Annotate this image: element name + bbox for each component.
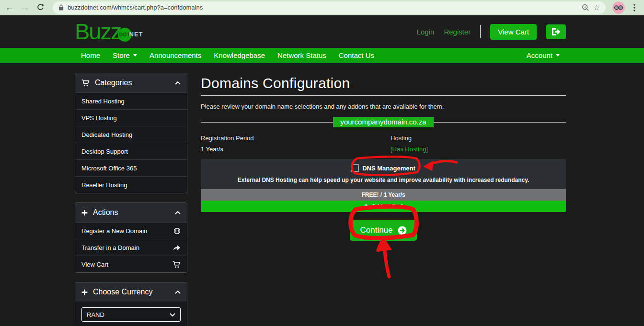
header-actions: Login Register View Cart [417,24,566,40]
registration-period-column: Registration Period 1 Year/s [201,135,391,153]
registration-period-value: 1 Year/s [201,146,391,153]
sidebar-item-microsoft-office-365[interactable]: Microsoft Office 365 [75,159,187,176]
logo-text-dot: DOT [119,32,130,37]
categories-title: Categories [95,79,132,87]
login-link[interactable]: Login [417,28,435,36]
action-label: View Cart [81,261,108,268]
logout-icon [551,28,561,36]
sidebar-action-register-domain[interactable]: Register a New Domain [75,222,187,239]
add-to-cart-label: Add to Cart [371,203,402,210]
cart-icon [172,261,181,268]
dns-management-label[interactable]: DNS Management [362,165,415,172]
nav-item-network-status[interactable]: Network Status [271,48,333,63]
categories-panel: Categories Shared Hosting VPS Hosting De… [75,73,187,193]
domain-info-row: Registration Period 1 Year/s Hosting [Ha… [201,135,566,153]
bookmark-star-icon[interactable]: ☆ [593,4,600,11]
chevron-up-icon[interactable] [175,291,181,294]
register-link[interactable]: Register [444,28,471,36]
chevron-down-icon [133,54,137,56]
actions-title: Actions [93,208,118,217]
cart-icon [81,79,90,87]
plus-icon [364,204,368,209]
action-label: Register a New Domain [81,227,147,235]
site-logo[interactable]: Buzz DOT NET [75,20,143,43]
categories-panel-header[interactable]: Categories [75,73,187,92]
continue-label: Continue [360,225,392,235]
currency-selected-value: RAND [87,311,104,318]
sidebar-action-transfer-domain[interactable]: Transfer in a Domain [75,239,187,256]
divider [201,95,566,96]
dns-addon-panel: DNS Management External DNS Hosting can … [201,159,566,212]
registration-period-label: Registration Period [201,135,391,142]
globe-icon [173,227,181,235]
sidebar: Categories Shared Hosting VPS Hosting De… [75,73,187,326]
browser-menu-icon[interactable] [629,2,640,13]
site-header: Buzz DOT NET Login Register View Cart [0,15,644,48]
dns-addon-description: External DNS Hosting can help speed up y… [207,177,560,183]
chevron-down-icon [556,54,560,56]
logo-text-buzz: Buzz [75,20,121,43]
dns-addon-price: FREE! / 1 Year/s [201,189,566,201]
header-divider [480,25,481,38]
chevron-down-icon [170,313,175,316]
main-content: Domains Configuration Please review your… [201,75,566,241]
dns-addon-top: DNS Management External DNS Hosting can … [201,159,566,189]
intro-text: Please review your domain name selection… [201,103,566,110]
dns-management-checkbox[interactable] [351,164,359,172]
action-label: Transfer in a Domain [81,244,139,251]
actions-panel: Actions Register a New Domain Transfer i… [75,202,187,273]
arrow-circle-right-icon [398,226,407,235]
view-cart-button[interactable]: View Cart [490,24,537,40]
browser-forward-icon[interactable]: → [19,2,31,13]
nav-item-home[interactable]: Home [75,48,106,63]
nav-item-store[interactable]: Store [106,48,143,63]
currency-title: Choose Currency [93,288,153,296]
currency-panel-header[interactable]: Choose Currency [75,282,187,302]
continue-button[interactable]: Continue [350,220,416,241]
currency-select[interactable]: RAND [81,307,181,322]
add-to-cart-button[interactable]: Add to Cart [201,201,566,212]
currency-panel-body: RAND [75,302,187,326]
nav-item-store-label: Store [113,51,130,59]
lock-icon [58,4,64,11]
share-icon [173,245,181,251]
nav-item-knowledgebase[interactable]: Knowledgebase [207,48,271,63]
browser-reload-icon[interactable] [34,2,46,13]
sidebar-action-view-cart[interactable]: View Cart [75,256,187,272]
domain-badge: yourcompanydomain.co.za [333,117,433,127]
sidebar-item-vps-hosting[interactable]: VPS Hosting [75,109,187,126]
sidebar-item-desktop-support[interactable]: Desktop Support [75,143,187,159]
continue-row: Continue [201,220,566,241]
page-title: Domains Configuration [201,75,566,91]
nav-item-account[interactable]: Account [520,48,566,63]
page: ← → buzzdotnet.com/whmcs/cart.php?a=conf… [0,0,644,326]
currency-panel: Choose Currency RAND [75,282,187,326]
browser-back-icon[interactable]: ← [4,2,15,13]
address-bar[interactable]: buzzdotnet.com/whmcs/cart.php?a=confdoma… [53,1,606,14]
logo-text-net: NET [129,31,143,38]
browser-profile-avatar[interactable] [612,1,625,14]
dns-checkbox-row: DNS Management [207,164,560,172]
domain-badge-row: yourcompanydomain.co.za [201,117,566,127]
page-content: Categories Shared Hosting VPS Hosting De… [0,63,644,326]
nav-item-account-label: Account [527,51,552,59]
url-text[interactable]: buzzdotnet.com/whmcs/cart.php?a=confdoma… [68,4,578,11]
zoom-out-icon[interactable] [582,4,589,11]
chevron-up-icon[interactable] [175,81,181,85]
logout-button[interactable] [546,24,566,39]
plus-icon [81,210,88,216]
sidebar-item-shared-hosting[interactable]: Shared Hosting [75,92,187,109]
sidebar-item-reseller-hosting[interactable]: Reseller Hosting [75,176,187,193]
chevron-up-icon[interactable] [175,211,181,214]
hosting-status-link[interactable]: [Has Hosting] [391,146,428,153]
main-nav: Home Store Announcements Knowledgebase N… [0,48,644,63]
hosting-column: Hosting [Has Hosting] [391,135,428,153]
nav-item-contact-us[interactable]: Contact Us [333,48,380,63]
hosting-label: Hosting [391,135,428,142]
sidebar-item-dedicated-hosting[interactable]: Dedicated Hosting [75,126,187,143]
actions-panel-header[interactable]: Actions [75,203,187,222]
browser-toolbar: ← → buzzdotnet.com/whmcs/cart.php?a=conf… [0,0,644,15]
nav-item-announcements[interactable]: Announcements [143,48,207,63]
plus-icon [81,289,88,295]
